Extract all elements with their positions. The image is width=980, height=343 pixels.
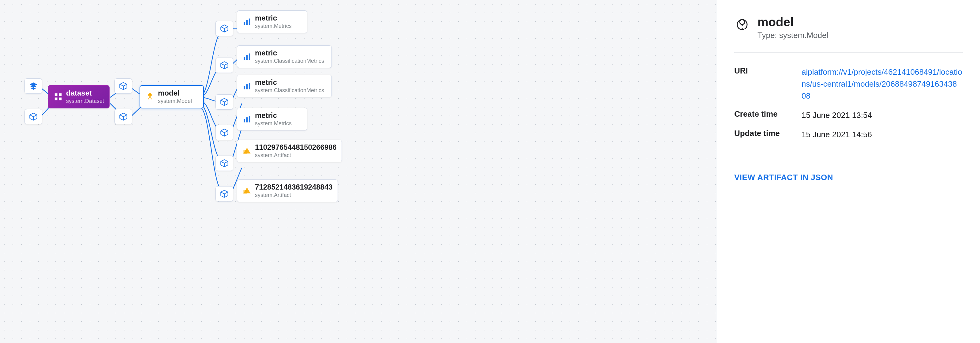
cube-icon [220,24,229,34]
svg-rect-49 [244,22,245,25]
artifact-node-1[interactable]: 110297654481502669​86 system.Artifact [237,140,342,162]
cube-icon [220,158,229,168]
model-node[interactable]: model system.Model [140,85,204,108]
artifact1-subtitle: system.Artifact [255,152,337,159]
cube-out-5[interactable] [215,156,233,171]
cube-out-4[interactable] [215,125,233,140]
metric4-subtitle: system.Metrics [255,120,292,127]
detail-panel: model Type: system.Model URI aiplatform:… [717,0,980,343]
cube-out-3[interactable] [215,94,233,110]
cube-node-top-left[interactable] [24,78,42,94]
svg-rect-56 [247,84,248,89]
svg-rect-64 [243,190,247,194]
uri-value[interactable]: aiplatform://v1/projects/462141068491/lo… [802,62,963,106]
svg-rect-58 [244,119,245,123]
dataset-title: dataset [66,89,104,98]
svg-rect-54 [249,54,250,60]
svg-rect-51 [249,19,250,25]
artifact1-labels: 110297654481502669​86 system.Artifact [255,143,337,159]
metric-node-3[interactable]: metric system.ClassificationMetrics [237,75,332,97]
metric4-title: metric [255,111,292,120]
svg-rect-50 [247,20,248,25]
cube-icon [118,81,128,91]
update-time-label: Update time [734,125,802,142]
cube-icon [220,189,229,199]
svg-rect-60 [249,116,250,123]
svg-rect-55 [244,86,245,89]
detail-icon [734,16,750,32]
metric-icon [242,17,252,27]
detail-divider-3 [734,192,963,192]
cube-icon [118,112,128,121]
cube-out-6[interactable] [215,186,233,201]
svg-rect-21 [59,93,62,96]
metric3-labels: metric system.ClassificationMetrics [255,78,324,94]
svg-rect-23 [59,98,62,101]
cube-out-2[interactable] [215,57,233,73]
svg-rect-22 [55,98,57,101]
model-labels: model system.Model [158,89,192,105]
cube-icon [220,128,229,137]
artifact1-title: 110297654481502669​86 [255,143,337,152]
artifact2-subtitle: system.Artifact [255,192,332,199]
metric-icon [242,52,252,62]
cube-icon [29,81,38,91]
metric-node-1[interactable]: metric system.Metrics [237,10,307,33]
detail-header: model Type: system.Model [734,15,963,40]
metric1-title: metric [255,14,292,23]
dataset-labels: dataset system.Dataset [66,89,104,105]
metric2-subtitle: system.ClassificationMetrics [255,57,324,65]
artifact-icon [242,146,252,156]
create-time-label: Create time [734,106,802,123]
svg-rect-59 [247,117,248,122]
metric-node-2[interactable]: metric system.ClassificationMetrics [237,45,332,68]
create-time-value: 15 June 2021 13:54 [802,106,963,125]
metric2-labels: metric system.ClassificationMetrics [255,49,324,65]
detail-title: model [757,15,828,29]
artifact2-labels: 7128521483619248843 system.Artifact [255,183,332,199]
graph-area[interactable]: dataset system.Dataset [0,0,717,343]
dataset-icon [53,92,63,102]
artifact-icon [242,186,252,196]
metric4-labels: metric system.Metrics [255,111,292,127]
metric3-subtitle: system.ClassificationMetrics [255,87,324,94]
detail-title-block: model Type: system.Model [757,15,828,40]
svg-rect-20 [55,93,57,96]
dataset-subtitle: system.Dataset [66,98,104,105]
cube-icon [220,97,229,107]
uri-label: URI [734,62,802,79]
cube-icon [220,60,229,70]
cube-icon [29,112,38,121]
nodes-layer: dataset system.Dataset [0,0,717,343]
metric-icon [242,81,252,91]
cube-node-mid-top[interactable] [115,78,132,94]
detail-table: URI aiplatform://v1/projects/46214106849… [734,62,963,144]
artifact-node-2[interactable]: 7128521483619248843 system.Artifact [237,179,338,202]
cube-out-1[interactable] [215,21,233,36]
model-title: model [158,89,192,98]
dataset-node[interactable]: dataset system.Dataset [48,85,110,108]
svg-rect-53 [247,55,248,60]
model-icon [145,92,155,102]
svg-rect-52 [244,57,245,60]
cube-node-bottom-left[interactable] [24,109,42,124]
metric3-title: metric [255,78,324,87]
detail-type: Type: system.Model [757,30,828,40]
svg-rect-62 [243,150,247,154]
artifact2-title: 7128521483619248843 [255,183,332,192]
metric-icon [242,114,252,124]
svg-rect-57 [249,83,250,89]
metric2-title: metric [255,49,324,57]
cube-node-mid-bottom[interactable] [115,109,132,124]
model-subtitle: system.Model [158,98,192,105]
metric1-subtitle: system.Metrics [255,23,292,30]
metric-node-4[interactable]: metric system.Metrics [237,108,307,131]
update-time-value: 15 June 2021 14:56 [802,125,963,144]
metric1-labels: metric system.Metrics [255,14,292,30]
view-json-button[interactable]: VIEW ARTIFACT IN JSON [734,173,963,182]
